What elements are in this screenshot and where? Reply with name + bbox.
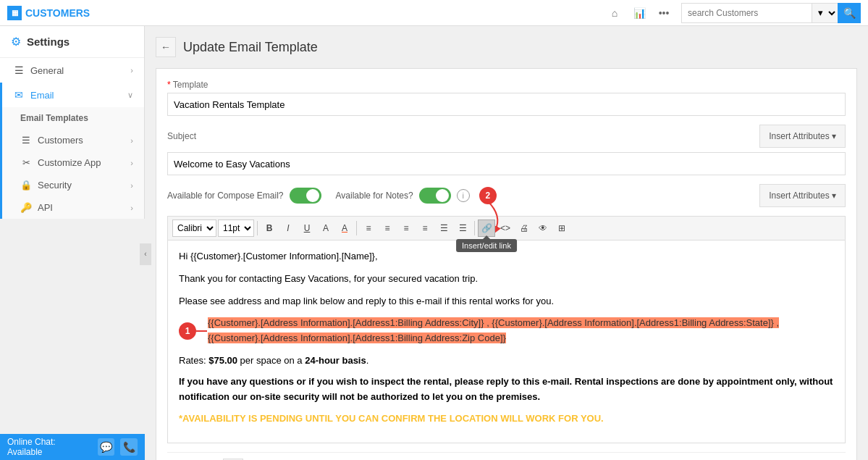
brand: ▦ CUSTOMERS (7, 6, 90, 20)
home-icon-btn[interactable]: ⌂ (603, 3, 626, 23)
email-submenu: Email Templates ☰ Customers › ✂ Customiz… (0, 107, 144, 219)
sidebar-title: Settings (27, 35, 69, 48)
editor-highlighted-container: 1 {{Customer}.[Address Information].[Add… (179, 316, 834, 346)
font-family-select[interactable]: Calibri (172, 219, 216, 237)
brand-label: CUSTOMERS (25, 7, 90, 19)
sidebar-item-api[interactable]: 🔑 API › (2, 196, 144, 219)
sidebar: ⚙ Settings ☰ General › ✉ Email ∨ Email T… (0, 26, 145, 219)
insert-attributes-btn-1[interactable]: Insert Attributes ▾ (759, 125, 846, 148)
ordered-list-btn[interactable]: ☰ (454, 219, 471, 237)
sidebar-item-general[interactable]: ☰ General › (0, 58, 144, 83)
unordered-list-btn[interactable]: ☰ (435, 219, 452, 237)
sidebar-label-email: Email (30, 90, 122, 101)
chevron-api: › (130, 204, 133, 212)
annotation-1: 1 (179, 322, 196, 340)
sidebar-label-general: General (30, 65, 125, 76)
api-label: API (38, 202, 53, 213)
online-chat-bar: Online Chat: Available 💬 📞 (0, 434, 145, 460)
attachments-row: Attachments 📎 (167, 452, 846, 460)
editor-body[interactable]: Hi {{Customer}.[Customer Information].[N… (168, 241, 845, 443)
print-btn[interactable]: 🖨 (515, 219, 533, 237)
italic-btn[interactable]: I (279, 219, 297, 237)
rates-suffix: per space on a (237, 355, 305, 366)
notes-label: Available for Notes? (336, 191, 413, 201)
sidebar-wrapper: ⚙ Settings ☰ General › ✉ Email ∨ Email T… (0, 26, 145, 460)
align-left-btn[interactable]: ≡ (360, 219, 377, 237)
toolbar-divider-2 (356, 221, 357, 235)
more-icon-btn[interactable]: ••• (652, 3, 675, 23)
bold-btn[interactable]: B (261, 219, 278, 237)
chevron-customize: › (130, 159, 133, 167)
security-icon: 🔒 (20, 180, 32, 191)
align-center-btn[interactable]: ≡ (379, 219, 396, 237)
rates-period: 24-hour basis (305, 355, 366, 366)
nav-icons: ⌂ 📊 ••• (603, 3, 675, 23)
editor-highlighted-text: {{Customer}.[Address Information].[Addre… (208, 317, 779, 343)
brand-icon: ▦ (7, 6, 22, 20)
align-right-btn[interactable]: ≡ (397, 219, 415, 237)
editor-para2: If you have any questions or if you wish… (179, 375, 834, 405)
sidebar-item-email[interactable]: ✉ Email ∨ (0, 83, 144, 107)
search-button[interactable]: 🔍 (838, 3, 861, 23)
gear-icon: ⚙ (11, 35, 21, 49)
rates-amount: $75.00 (208, 355, 237, 366)
rates-label: Rates: (179, 355, 208, 366)
editor-container: Calibri 11pt B I U A A ≡ ≡ ≡ ≡ ☰ (167, 216, 846, 443)
preview-btn[interactable]: 👁 (534, 219, 552, 237)
page-header: ← Update Email Template (156, 37, 857, 57)
chat-phone-btn[interactable]: 📞 (120, 438, 138, 456)
toolbar-divider-3 (474, 221, 475, 235)
back-button[interactable]: ← (156, 37, 176, 57)
align-justify-btn[interactable]: ≡ (416, 219, 434, 237)
online-chat-label: Online Chat: Available (7, 437, 92, 457)
chevron-general: › (130, 66, 133, 75)
toggle-knob-compose (306, 189, 319, 202)
api-icon: 🔑 (20, 202, 32, 213)
email-icon: ✉ (13, 89, 25, 101)
chevron-customers: › (130, 136, 133, 145)
chevron-email: ∨ (127, 91, 133, 100)
subject-section: Subject Insert Attributes ▾ (167, 125, 846, 175)
insert-link-btn[interactable]: 🔗 Insert/edit link (478, 219, 495, 237)
subject-label: Subject (167, 131, 196, 141)
code-btn[interactable]: <> (497, 219, 514, 237)
sidebar-item-customers[interactable]: ☰ Customers › (2, 129, 144, 151)
customize-icon: ✂ (20, 157, 32, 168)
editor-rates: Rates: $75.00 per space on a 24-hour bas… (179, 354, 834, 369)
email-templates-header: Email Templates (2, 107, 144, 129)
subject-input[interactable] (167, 152, 846, 175)
template-input[interactable] (167, 93, 846, 116)
chart-icon-btn[interactable]: 📊 (628, 3, 651, 23)
notes-toggle[interactable] (419, 188, 451, 204)
chat-message-btn[interactable]: 💬 (98, 438, 115, 456)
sidebar-item-security[interactable]: 🔒 Security › (2, 174, 144, 196)
search-input[interactable] (681, 3, 812, 23)
font-color-btn[interactable]: A (317, 219, 334, 237)
annotation-arrow-1 (196, 330, 207, 332)
general-icon: ☰ (13, 64, 25, 76)
top-nav: ▦ CUSTOMERS ⌂ 📊 ••• ▾ 🔍 (0, 0, 868, 26)
compose-label: Available for Compose Email? (167, 191, 284, 201)
toggles-row: Available for Compose Email? Available f… (167, 184, 846, 207)
insert-attributes-btn-2[interactable]: Insert Attributes ▾ (759, 184, 846, 207)
underline-btn[interactable]: U (298, 219, 316, 237)
editor-availability: *AVAILABILITY IS PENDING UNTIL YOU CAN C… (179, 411, 834, 427)
main-content: ← Update Email Template Template Subject… (145, 26, 868, 460)
font-size-select[interactable]: 11pt (218, 219, 254, 237)
page-title: Update Email Template (183, 40, 318, 55)
bg-color-btn[interactable]: A (336, 219, 353, 237)
compose-toggle[interactable] (290, 188, 321, 204)
search-dropdown[interactable]: ▾ (812, 3, 838, 23)
toggle-knob-notes (436, 189, 449, 202)
table-btn[interactable]: ⊞ (553, 219, 570, 237)
customers-icon: ☰ (20, 135, 32, 146)
layout: ⚙ Settings ☰ General › ✉ Email ∨ Email T… (0, 26, 868, 460)
notes-toggle-group: Available for Notes? i 2 (336, 187, 497, 204)
template-label: Template (167, 80, 846, 90)
sidebar-item-customize-app[interactable]: ✂ Customize App › (2, 151, 144, 174)
security-label: Security (38, 180, 72, 191)
customers-label: Customers (38, 135, 83, 146)
rates-dot: . (366, 355, 369, 366)
info-icon[interactable]: i (457, 189, 470, 202)
sidebar-collapse-btn[interactable]: ‹ (140, 243, 151, 265)
